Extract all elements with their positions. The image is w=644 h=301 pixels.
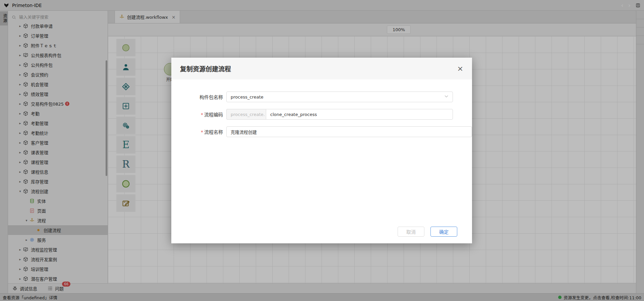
field-row-process-code: *流程编码 process_create. (171, 109, 472, 120)
process-code-input[interactable] (266, 109, 453, 120)
required-asterisk: * (201, 129, 203, 135)
dialog-footer: 取消 确定 (398, 227, 472, 237)
process-name-input[interactable] (226, 126, 472, 137)
primeton-ide-window: Primeton-IDE ‹ › 资源 ▸ (0, 0, 644, 301)
package-name-select[interactable]: process_create (226, 92, 453, 102)
package-name-value: process_create (231, 95, 264, 100)
required-asterisk: * (201, 112, 203, 117)
field-label: *流程编码 (191, 111, 223, 118)
dialog-close-icon[interactable]: × (457, 65, 463, 72)
field-row-package-name: 构件包名称 process_create (171, 92, 472, 102)
dialog-body: 构件包名称 process_create *流程编码 process_creat… (171, 79, 472, 137)
field-row-process-name: *流程名称 (171, 126, 472, 137)
copy-resource-dialog: 复制资源创建流程 × 构件包名称 process_create *流程编码 pr… (171, 58, 472, 243)
dialog-title: 复制资源创建流程 (180, 64, 231, 73)
field-label: *流程名称 (191, 128, 223, 135)
field-label: 构件包名称 (191, 94, 223, 100)
chevron-down-icon (444, 94, 449, 100)
confirm-button[interactable]: 确定 (430, 227, 457, 237)
process-code-group: process_create. (226, 109, 453, 120)
dialog-header: 复制资源创建流程 × (171, 58, 472, 79)
cancel-button[interactable]: 取消 (398, 227, 424, 237)
process-code-prefix: process_create. (226, 109, 266, 120)
